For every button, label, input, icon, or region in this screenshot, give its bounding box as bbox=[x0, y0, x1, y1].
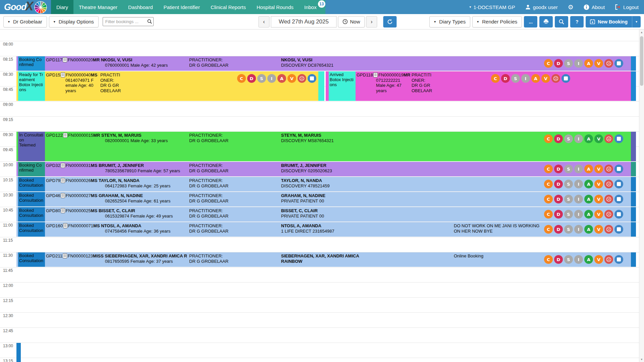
search-button[interactable] bbox=[555, 16, 568, 27]
row-icon-i[interactable]: I bbox=[574, 180, 583, 188]
row-icon-d[interactable]: D bbox=[554, 165, 563, 173]
row-icon-i[interactable]: I bbox=[521, 74, 530, 83]
sad-face-icon[interactable]: ☹ bbox=[604, 165, 613, 173]
row-icon-i[interactable]: I bbox=[574, 165, 583, 173]
tab-hospital-rounds[interactable]: Hospital Rounds bbox=[251, 0, 299, 14]
row-icon-d[interactable]: D bbox=[501, 74, 510, 83]
scroll-up-arrow-icon[interactable]: ▲ bbox=[639, 29, 644, 35]
row-icon-a[interactable]: A bbox=[584, 195, 593, 203]
booking-gpd32[interactable]: Booking ConfirmedGPD32FN00000031MS BRUMI… bbox=[16, 162, 636, 176]
row-icon-v[interactable]: V bbox=[594, 165, 603, 173]
row-icon-v[interactable]: V bbox=[594, 134, 603, 143]
print-button[interactable] bbox=[539, 16, 553, 27]
row-icon-v[interactable]: V bbox=[287, 74, 296, 83]
row-icon-s[interactable]: S bbox=[564, 180, 573, 188]
row-icon-a[interactable]: A bbox=[584, 134, 593, 143]
row-icon-c[interactable]: C bbox=[237, 74, 246, 83]
row-icon-s[interactable]: S bbox=[564, 210, 573, 219]
booking-gpd15[interactable]: Ready for TreatmentBotox InjectionsGPD15… bbox=[16, 71, 324, 101]
row-icon-i[interactable]: I bbox=[574, 195, 583, 203]
booking-gpd117[interactable]: Booking ConfirmedGPD117FN00000020MR NKOS… bbox=[16, 56, 636, 71]
row-icon-a[interactable]: A bbox=[584, 165, 593, 173]
note-icon[interactable] bbox=[614, 210, 623, 219]
row-icon-d[interactable]: D bbox=[554, 134, 563, 143]
settings-button[interactable]: ⚙ bbox=[568, 3, 574, 11]
tab-patient-identifier[interactable]: Patient Identifier bbox=[158, 0, 205, 14]
row-icon-a[interactable]: A bbox=[531, 74, 540, 83]
about-button[interactable]: About bbox=[584, 4, 605, 10]
row-icon-s[interactable]: S bbox=[564, 195, 573, 203]
row-icon-d[interactable]: D bbox=[554, 210, 563, 219]
row-icon-a[interactable]: A bbox=[584, 210, 593, 219]
more-options-button[interactable]: ... bbox=[524, 16, 537, 27]
row-icon-a[interactable]: A bbox=[584, 255, 593, 264]
note-icon[interactable] bbox=[561, 74, 570, 83]
row-icon-c[interactable]: C bbox=[544, 210, 553, 219]
render-policies-dropdown[interactable]: ▾ Render Policies bbox=[472, 16, 522, 27]
row-icon-a[interactable]: A bbox=[584, 59, 593, 68]
row-icon-v[interactable]: V bbox=[541, 74, 550, 83]
row-icon-s[interactable]: S bbox=[564, 225, 573, 234]
row-icon-i[interactable]: I bbox=[574, 59, 583, 68]
refresh-button[interactable] bbox=[383, 16, 396, 27]
calendar-grid[interactable]: 08:0008:1508:3008:4509:0009:1509:3009:45… bbox=[0, 29, 639, 362]
booking-gpd211[interactable]: BookedConsultationGPD211FN00000123MISS S… bbox=[16, 252, 636, 267]
row-icon-i[interactable]: I bbox=[267, 74, 276, 83]
row-icon-v[interactable]: V bbox=[594, 180, 603, 188]
row-icon-c[interactable]: C bbox=[544, 225, 553, 234]
row-icon-i[interactable]: I bbox=[574, 225, 583, 234]
row-icon-a[interactable]: A bbox=[584, 225, 593, 234]
row-icon-i[interactable]: I bbox=[574, 255, 583, 264]
tab-inbox[interactable]: Inbox13 bbox=[299, 0, 322, 14]
tab-clinical-reports[interactable]: Clinical Reports bbox=[205, 0, 251, 14]
booking-gpd122[interactable]: In ConsultationTelemedGPD122FN00000015MR… bbox=[16, 132, 636, 161]
row-icon-s[interactable]: S bbox=[257, 74, 266, 83]
row-icon-a[interactable]: A bbox=[277, 74, 286, 83]
row-icon-d[interactable]: D bbox=[247, 74, 256, 83]
practice-selector[interactable]: ▾ 1-DOCSTEAM GP bbox=[469, 4, 515, 10]
tab-dashboard[interactable]: Dashboard bbox=[123, 0, 158, 14]
note-icon[interactable] bbox=[614, 255, 623, 264]
sad-face-icon[interactable]: ☹ bbox=[604, 225, 613, 234]
row-icon-c[interactable]: C bbox=[544, 195, 553, 203]
vertical-scrollbar[interactable]: ▲ ▼ bbox=[639, 29, 644, 362]
booking-gpd118[interactable]: ArrivedBotox InjectionsGPD118FN00000019M… bbox=[326, 71, 636, 101]
row-icon-v[interactable]: V bbox=[594, 195, 603, 203]
row-icon-v[interactable]: V bbox=[594, 59, 603, 68]
display-options-dropdown[interactable]: ▾ Display Options bbox=[49, 16, 99, 27]
row-icon-c[interactable]: C bbox=[544, 255, 553, 264]
user-menu[interactable]: goodx user bbox=[525, 4, 558, 10]
row-icon-v[interactable]: V bbox=[594, 255, 603, 264]
logout-button[interactable]: Logout bbox=[615, 4, 639, 10]
booking-gpd79[interactable]: BookedConsultationGPD79FN00000026MS TAYL… bbox=[16, 177, 636, 191]
row-icon-c[interactable]: C bbox=[544, 59, 553, 68]
scroll-down-arrow-icon[interactable]: ▼ bbox=[639, 357, 644, 362]
practitioner-dropdown[interactable]: ▾ Dr Grobelaar bbox=[3, 16, 47, 27]
date-display[interactable]: Wed 27th Aug 2025 bbox=[271, 16, 336, 27]
sad-face-icon[interactable]: ☹ bbox=[604, 255, 613, 264]
sad-face-icon[interactable]: ☹ bbox=[298, 74, 306, 83]
row-icon-d[interactable]: D bbox=[554, 180, 563, 188]
row-icon-c[interactable]: C bbox=[544, 180, 553, 188]
row-icon-c[interactable]: C bbox=[491, 74, 500, 83]
row-icon-v[interactable]: V bbox=[594, 210, 603, 219]
row-icon-d[interactable]: D bbox=[554, 59, 563, 68]
help-button[interactable]: ? bbox=[570, 16, 584, 27]
now-button[interactable]: Now bbox=[338, 16, 365, 27]
row-icon-d[interactable]: D bbox=[554, 225, 563, 234]
note-icon[interactable] bbox=[614, 59, 623, 68]
diary-types-dropdown[interactable]: ▾ Diary Types bbox=[429, 16, 470, 27]
sad-face-icon[interactable]: ☹ bbox=[604, 195, 613, 203]
tab-diary[interactable]: Diary bbox=[51, 0, 73, 14]
scrollbar-thumb[interactable] bbox=[640, 36, 643, 86]
sad-face-icon[interactable]: ☹ bbox=[604, 210, 613, 219]
sad-face-icon[interactable]: ☹ bbox=[551, 74, 560, 83]
row-icon-c[interactable]: C bbox=[544, 134, 553, 143]
note-icon[interactable] bbox=[614, 165, 623, 173]
row-icon-v[interactable]: V bbox=[594, 225, 603, 234]
booking-stub[interactable] bbox=[16, 343, 21, 362]
row-icon-c[interactable]: C bbox=[544, 165, 553, 173]
new-booking-dropdown-arrow[interactable]: ▾ bbox=[632, 16, 641, 27]
next-day-button[interactable]: › bbox=[366, 16, 377, 27]
booking-gpd160[interactable]: BookedConsultationGPD160FN00000071MS NTO… bbox=[16, 222, 636, 237]
